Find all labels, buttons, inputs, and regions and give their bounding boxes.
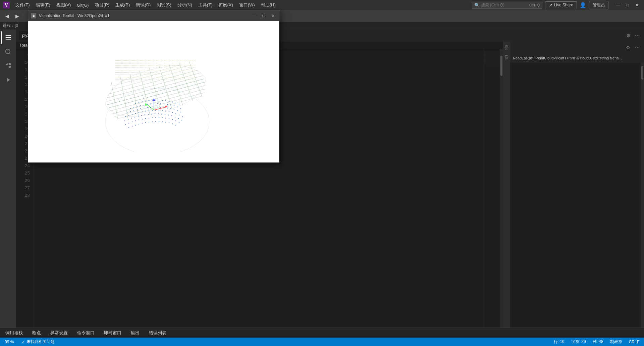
menu-view[interactable]: 视图(V) [54,1,73,9]
svg-point-70 [164,104,164,104]
vtk-3d-visualization: // This will be generated via JS below [95,38,216,152]
svg-point-102 [155,110,156,111]
back-button[interactable]: ◀ [3,12,11,20]
vtk-maximize-button[interactable]: □ [260,12,267,19]
minimize-button[interactable]: — [614,1,623,9]
search-kbd: Ctrl+Q [529,3,540,7]
svg-point-62 [137,106,138,107]
svg-point-79 [137,109,138,110]
profile-icon[interactable]: 👤 [580,2,586,8]
bottom-tab-output[interactable]: 输出 [128,329,142,337]
right-panel: ⚙ ⋯ ReadLas(pcl::PointCloud<PointT>::Ptr… [510,42,644,328]
no-problems-status[interactable]: ✓ 未找到相关问题 [20,339,56,345]
menu-debug[interactable]: 调试(D) [133,1,153,9]
source-control-icon[interactable] [1,59,15,72]
svg-point-153 [152,121,153,122]
admin-label: 管理员 [593,3,605,7]
svg-point-84 [154,107,154,107]
svg-point-74 [177,107,178,107]
svg-point-77 [130,111,131,112]
live-share-side-icon[interactable]: LS [504,53,509,61]
rpanel-settings-icon[interactable]: ⚙ [624,44,632,52]
svg-point-114 [135,117,135,117]
svg-point-103 [159,110,159,111]
zoom-value: 99 % [5,340,14,344]
search-input[interactable] [481,3,528,7]
bottom-tab-exceptions[interactable]: 异常设置 [48,329,70,337]
svg-point-28 [181,121,191,129]
svg-point-75 [180,108,181,109]
live-share-button[interactable]: ↗ Live Share [545,1,577,9]
menu-extensions[interactable]: 扩展(X) [216,1,235,9]
svg-point-98 [142,111,143,112]
svg-point-92 [180,112,181,112]
svg-point-51 [152,100,153,101]
more-options-icon[interactable]: ⋯ [633,32,641,40]
zoom-status[interactable]: 99 % [3,340,15,344]
maximize-button[interactable]: □ [623,1,632,9]
svg-point-80 [140,108,141,109]
right-panel-breadcrumb: ReadLas(pcl::PointCloud<PointT>::Ptr & c… [510,53,644,63]
bottom-tab-callstack[interactable]: 调用堆栈 [3,329,25,337]
svg-point-52 [155,100,156,100]
svg-point-90 [174,109,174,110]
menu-test[interactable]: 测试(S) [154,1,174,9]
split-editor-icon[interactable]: ⚙ [624,32,632,40]
line-value: 行: 16 [554,339,565,345]
svg-point-129 [125,124,126,125]
menu-project[interactable]: 项目(P) [92,1,112,9]
format-status[interactable]: 制表符 [609,339,624,345]
line-status[interactable]: 行: 16 [552,339,566,345]
svg-point-66 [150,104,151,104]
bottom-tab-errors[interactable]: 错误列表 [146,329,169,337]
vtk-window-icon: ■ [31,13,36,18]
vtk-minimize-button[interactable]: — [251,12,258,19]
svg-rect-4 [95,38,216,152]
bottom-tab-immediate[interactable]: 即时窗口 [101,329,124,337]
bottom-tab-command[interactable]: 命令窗口 [74,329,97,337]
svg-point-112 [128,119,128,120]
svg-point-96 [135,113,136,114]
vertical-scrollbar[interactable] [500,49,503,328]
menu-analyze[interactable]: 分析(N) [175,1,195,9]
right-side-icons: Git LS [503,42,510,328]
menu-edit[interactable]: 编辑(E) [33,1,53,9]
close-button[interactable]: ✕ [633,1,641,9]
vtk-canvas[interactable]: // This will be generated via JS below [28,21,279,162]
bottom-tab-breakpoints[interactable]: 断点 [30,329,44,337]
svg-point-140 [162,117,163,118]
run-debug-icon[interactable] [1,73,15,87]
svg-point-56 [169,101,169,102]
svg-point-151 [145,122,146,123]
forward-button[interactable]: ▶ [13,12,21,20]
menu-window[interactable]: 窗口(W) [236,1,258,9]
menu-build[interactable]: 生成(B) [113,1,132,9]
svg-point-133 [139,119,139,120]
search-activity-icon[interactable] [1,45,15,58]
svg-point-73 [174,105,174,106]
row-status[interactable]: 列: 48 [591,339,605,345]
admin-button[interactable]: 管理员 [589,1,608,9]
no-problems-icon: ✓ [22,340,25,344]
svg-point-147 [132,126,132,127]
svg-point-49 [145,101,146,101]
git-side-icon[interactable]: Git [504,43,509,52]
status-bar: 99 % ✓ 未找到相关问题 行: 16 字符: 29 列: 48 制表符 CR… [0,338,644,346]
explorer-icon[interactable] [1,31,15,44]
menu-tools[interactable]: 工具(T) [196,1,215,9]
encoding-status[interactable]: CRLF [628,340,641,344]
menu-help[interactable]: 帮助(H) [258,1,278,9]
menu-git[interactable]: Git(G) [74,2,91,8]
rpanel-more-icon[interactable]: ⋯ [633,44,641,52]
svg-point-107 [172,112,173,113]
col-status[interactable]: 字符: 29 [570,339,587,345]
svg-point-144 [175,120,176,121]
svg-point-91 [177,110,178,111]
menu-file[interactable]: 文件(F) [13,1,33,9]
svg-point-118 [148,114,149,115]
svg-point-156 [162,121,163,122]
svg-point-64 [144,105,144,105]
vtk-close-button[interactable]: ✕ [270,12,276,19]
svg-point-115 [138,116,139,116]
svg-point-157 [165,122,166,122]
